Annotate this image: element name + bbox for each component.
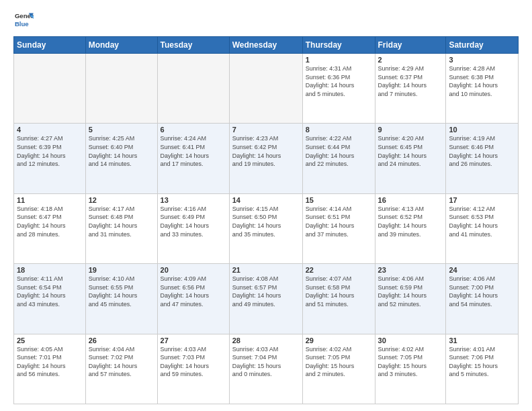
- day-number: 21: [232, 266, 300, 274]
- day-cell-2: 2Sunrise: 4:29 AM Sunset: 6:37 PM Daylig…: [375, 54, 446, 124]
- day-info: Sunrise: 4:12 AM Sunset: 6:53 PM Dayligh…: [449, 205, 515, 238]
- day-info: Sunrise: 4:25 AM Sunset: 6:40 PM Dayligh…: [89, 134, 154, 168]
- day-cell-11: 11Sunrise: 4:18 AM Sunset: 6:47 PM Dayli…: [14, 193, 86, 263]
- day-number: 5: [89, 126, 154, 134]
- day-number: 29: [306, 336, 372, 345]
- day-cell-22: 22Sunrise: 4:07 AM Sunset: 6:58 PM Dayli…: [302, 264, 375, 334]
- day-info: Sunrise: 4:28 AM Sunset: 6:38 PM Dayligh…: [449, 64, 515, 98]
- day-number: 1: [306, 56, 372, 64]
- day-number: 3: [449, 56, 515, 64]
- day-info: Sunrise: 4:19 AM Sunset: 6:46 PM Dayligh…: [449, 134, 515, 168]
- svg-text:Blue: Blue: [15, 20, 29, 28]
- day-info: Sunrise: 4:03 AM Sunset: 7:04 PM Dayligh…: [232, 345, 300, 379]
- day-number: 8: [306, 126, 372, 134]
- week-row-3: 11Sunrise: 4:18 AM Sunset: 6:47 PM Dayli…: [14, 193, 519, 263]
- day-info: Sunrise: 4:20 AM Sunset: 6:45 PM Dayligh…: [378, 134, 443, 168]
- day-cell-30: 30Sunrise: 4:02 AM Sunset: 7:05 PM Dayli…: [375, 334, 446, 404]
- day-number: 7: [232, 126, 300, 134]
- day-info: Sunrise: 4:17 AM Sunset: 6:48 PM Dayligh…: [89, 205, 154, 238]
- day-cell-20: 20Sunrise: 4:09 AM Sunset: 6:56 PM Dayli…: [157, 264, 229, 334]
- header: General Blue: [13, 11, 519, 30]
- day-number: 20: [161, 266, 226, 274]
- day-cell-31: 31Sunrise: 4:01 AM Sunset: 7:06 PM Dayli…: [446, 334, 519, 404]
- day-info: Sunrise: 4:11 AM Sunset: 6:54 PM Dayligh…: [17, 275, 83, 308]
- day-cell-24: 24Sunrise: 4:06 AM Sunset: 7:00 PM Dayli…: [446, 264, 519, 334]
- day-cell-6: 6Sunrise: 4:24 AM Sunset: 6:41 PM Daylig…: [157, 124, 229, 193]
- day-number: 24: [449, 266, 515, 274]
- week-row-2: 4Sunrise: 4:27 AM Sunset: 6:39 PM Daylig…: [14, 124, 519, 193]
- week-row-1: 1Sunrise: 4:31 AM Sunset: 6:36 PM Daylig…: [14, 54, 519, 124]
- day-number: 14: [232, 196, 300, 204]
- day-info: Sunrise: 4:07 AM Sunset: 6:58 PM Dayligh…: [306, 275, 372, 308]
- empty-cell: [85, 54, 157, 124]
- day-cell-15: 15Sunrise: 4:14 AM Sunset: 6:51 PM Dayli…: [302, 193, 375, 263]
- day-info: Sunrise: 4:06 AM Sunset: 6:59 PM Dayligh…: [378, 275, 443, 308]
- day-info: Sunrise: 4:24 AM Sunset: 6:41 PM Dayligh…: [161, 134, 226, 168]
- empty-cell: [229, 54, 302, 124]
- day-number: 6: [161, 126, 226, 134]
- day-cell-5: 5Sunrise: 4:25 AM Sunset: 6:40 PM Daylig…: [85, 124, 157, 193]
- weekday-wednesday: Wednesday: [229, 37, 302, 54]
- day-number: 17: [449, 196, 515, 204]
- day-number: 9: [378, 126, 443, 134]
- day-info: Sunrise: 4:04 AM Sunset: 7:02 PM Dayligh…: [89, 345, 154, 379]
- day-info: Sunrise: 4:02 AM Sunset: 7:05 PM Dayligh…: [306, 345, 372, 379]
- day-number: 23: [378, 266, 443, 274]
- weekday-saturday: Saturday: [446, 37, 519, 54]
- day-info: Sunrise: 4:22 AM Sunset: 6:44 PM Dayligh…: [306, 134, 372, 168]
- calendar-table: SundayMondayTuesdayWednesdayThursdayFrid…: [13, 36, 519, 404]
- logo: General Blue: [13, 11, 36, 30]
- day-cell-4: 4Sunrise: 4:27 AM Sunset: 6:39 PM Daylig…: [14, 124, 86, 193]
- day-info: Sunrise: 4:06 AM Sunset: 7:00 PM Dayligh…: [449, 275, 515, 308]
- day-cell-19: 19Sunrise: 4:10 AM Sunset: 6:55 PM Dayli…: [85, 264, 157, 334]
- day-number: 4: [17, 126, 83, 134]
- day-number: 16: [378, 196, 443, 204]
- day-info: Sunrise: 4:05 AM Sunset: 7:01 PM Dayligh…: [17, 345, 83, 379]
- day-cell-1: 1Sunrise: 4:31 AM Sunset: 6:36 PM Daylig…: [302, 54, 375, 124]
- day-number: 31: [449, 336, 515, 345]
- day-cell-7: 7Sunrise: 4:23 AM Sunset: 6:42 PM Daylig…: [229, 124, 302, 193]
- day-cell-23: 23Sunrise: 4:06 AM Sunset: 6:59 PM Dayli…: [375, 264, 446, 334]
- day-cell-12: 12Sunrise: 4:17 AM Sunset: 6:48 PM Dayli…: [85, 193, 157, 263]
- day-number: 2: [378, 56, 443, 64]
- day-cell-3: 3Sunrise: 4:28 AM Sunset: 6:38 PM Daylig…: [446, 54, 519, 124]
- day-cell-8: 8Sunrise: 4:22 AM Sunset: 6:44 PM Daylig…: [302, 124, 375, 193]
- day-cell-21: 21Sunrise: 4:08 AM Sunset: 6:57 PM Dayli…: [229, 264, 302, 334]
- day-number: 15: [306, 196, 372, 204]
- day-info: Sunrise: 4:16 AM Sunset: 6:49 PM Dayligh…: [161, 205, 226, 238]
- day-number: 27: [161, 336, 226, 345]
- day-info: Sunrise: 4:27 AM Sunset: 6:39 PM Dayligh…: [17, 134, 83, 168]
- day-info: Sunrise: 4:13 AM Sunset: 6:52 PM Dayligh…: [378, 205, 443, 238]
- weekday-tuesday: Tuesday: [157, 37, 229, 54]
- week-row-5: 25Sunrise: 4:05 AM Sunset: 7:01 PM Dayli…: [14, 334, 519, 404]
- day-info: Sunrise: 4:01 AM Sunset: 7:06 PM Dayligh…: [449, 345, 515, 379]
- day-info: Sunrise: 4:02 AM Sunset: 7:05 PM Dayligh…: [378, 345, 443, 379]
- day-cell-26: 26Sunrise: 4:04 AM Sunset: 7:02 PM Dayli…: [85, 334, 157, 404]
- empty-cell: [157, 54, 229, 124]
- day-number: 22: [306, 266, 372, 274]
- day-cell-27: 27Sunrise: 4:03 AM Sunset: 7:03 PM Dayli…: [157, 334, 229, 404]
- day-cell-29: 29Sunrise: 4:02 AM Sunset: 7:05 PM Dayli…: [302, 334, 375, 404]
- day-info: Sunrise: 4:15 AM Sunset: 6:50 PM Dayligh…: [232, 205, 300, 238]
- day-cell-16: 16Sunrise: 4:13 AM Sunset: 6:52 PM Dayli…: [375, 193, 446, 263]
- weekday-friday: Friday: [375, 37, 446, 54]
- day-info: Sunrise: 4:18 AM Sunset: 6:47 PM Dayligh…: [17, 205, 83, 238]
- day-number: 19: [89, 266, 154, 274]
- day-cell-14: 14Sunrise: 4:15 AM Sunset: 6:50 PM Dayli…: [229, 193, 302, 263]
- day-number: 28: [232, 336, 300, 345]
- day-number: 12: [89, 196, 154, 204]
- day-info: Sunrise: 4:03 AM Sunset: 7:03 PM Dayligh…: [161, 345, 226, 379]
- day-info: Sunrise: 4:09 AM Sunset: 6:56 PM Dayligh…: [161, 275, 226, 308]
- day-number: 26: [89, 336, 154, 345]
- day-cell-9: 9Sunrise: 4:20 AM Sunset: 6:45 PM Daylig…: [375, 124, 446, 193]
- day-number: 25: [17, 336, 83, 345]
- weekday-header-row: SundayMondayTuesdayWednesdayThursdayFrid…: [14, 37, 519, 54]
- day-cell-28: 28Sunrise: 4:03 AM Sunset: 7:04 PM Dayli…: [229, 334, 302, 404]
- day-number: 13: [161, 196, 226, 204]
- weekday-sunday: Sunday: [14, 37, 86, 54]
- day-cell-17: 17Sunrise: 4:12 AM Sunset: 6:53 PM Dayli…: [446, 193, 519, 263]
- page: General Blue SundayMondayTuesdayWednesda…: [0, 0, 532, 411]
- day-info: Sunrise: 4:10 AM Sunset: 6:55 PM Dayligh…: [89, 275, 154, 308]
- day-cell-10: 10Sunrise: 4:19 AM Sunset: 6:46 PM Dayli…: [446, 124, 519, 193]
- day-info: Sunrise: 4:14 AM Sunset: 6:51 PM Dayligh…: [306, 205, 372, 238]
